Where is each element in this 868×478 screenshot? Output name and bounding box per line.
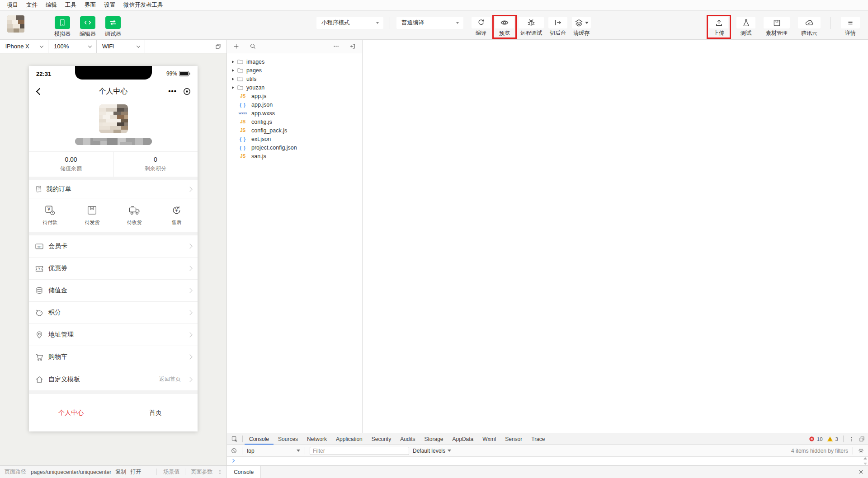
file-app-wxss[interactable]: wxssapp.wxss [227, 109, 362, 117]
zoom-select[interactable]: 100% [48, 40, 97, 53]
user-avatar-pixelated[interactable] [99, 104, 128, 133]
add-file-icon[interactable] [233, 43, 240, 50]
tab-personal-center[interactable]: 个人中心 [29, 409, 113, 417]
page-params-label[interactable]: 页面参数 [191, 468, 212, 476]
dock-side-icon[interactable] [859, 436, 865, 442]
file-ext-json[interactable]: { }ext.json [227, 135, 362, 143]
device-select[interactable]: iPhone X [0, 40, 48, 53]
expand-arrow-icon[interactable] [232, 69, 234, 72]
tab-network[interactable]: Network [302, 433, 331, 445]
drawer-kebab-icon[interactable] [217, 469, 223, 475]
upload-button[interactable]: 上传 [708, 17, 729, 37]
test-button[interactable]: 测试 [736, 17, 756, 37]
menu-edit[interactable]: 编辑 [42, 1, 61, 9]
stored-balance-stat[interactable]: 0.00 储值余额 [29, 152, 113, 177]
menu-row-address[interactable]: 地址管理 [29, 324, 198, 346]
tab-application[interactable]: Application [331, 433, 367, 445]
tab-appdata[interactable]: AppData [448, 433, 478, 445]
clear-console-icon[interactable] [231, 447, 237, 454]
menu-row-custom-template[interactable]: 自定义模板 返回首页 [29, 368, 198, 390]
compile-button[interactable]: 编译 [471, 17, 491, 37]
scroll-down-icon[interactable] [863, 463, 867, 465]
console-filter-input[interactable] [310, 447, 409, 455]
console-drawer-tab[interactable]: Console [226, 466, 261, 478]
tab-audits[interactable]: Audits [396, 433, 420, 445]
capsule-exit-icon[interactable] [183, 87, 191, 96]
error-count[interactable]: 10 [817, 436, 823, 442]
kebab-menu-icon[interactable] [849, 436, 855, 442]
my-orders-row[interactable]: 我的订单 [29, 180, 198, 198]
folder-youzan[interactable]: youzan [227, 83, 362, 92]
console-output[interactable] [227, 457, 868, 465]
file-config-js[interactable]: JSconfig.js [227, 117, 362, 126]
assets-manager-button[interactable]: 素材管理 [763, 17, 791, 37]
compile-mode-select[interactable]: 普通编译 [396, 17, 463, 29]
menu-devtools[interactable]: 微信开发者工具 [119, 1, 167, 9]
user-avatar[interactable] [7, 15, 24, 33]
points-stat[interactable]: 0 剩余积分 [113, 152, 198, 177]
folder-images[interactable]: images [227, 57, 362, 66]
copy-path-link[interactable]: 复制 [115, 468, 126, 476]
console-settings-gear-icon[interactable] [858, 447, 864, 454]
pending-payment-button[interactable]: ¥ 待付款 [29, 204, 71, 226]
menu-tools[interactable]: 工具 [61, 1, 80, 9]
switch-background-button[interactable]: 切后台 [547, 17, 568, 37]
menu-row-member-card[interactable]: VIP 会员卡 [29, 235, 198, 258]
remote-debug-button[interactable]: 远程调试 [518, 17, 545, 37]
menu-row-cart[interactable]: 购物车 [29, 346, 198, 368]
file-app-js[interactable]: JSapp.js [227, 92, 362, 100]
menu-interface[interactable]: 界面 [80, 1, 100, 9]
warning-count[interactable]: 3 [835, 436, 838, 442]
tencent-cloud-button[interactable]: 腾讯云 [797, 17, 821, 37]
expand-arrow-icon[interactable] [232, 78, 234, 80]
tab-home[interactable]: 首页 [113, 409, 198, 417]
tab-sources[interactable]: Sources [274, 433, 302, 445]
pending-shipment-button[interactable]: 待发货 [71, 204, 113, 226]
menu-row-coupons[interactable]: ¥ 优惠券 [29, 258, 198, 280]
back-home-link[interactable]: 返回首页 [159, 375, 181, 383]
after-sale-button[interactable]: ¥ 售后 [156, 204, 198, 226]
network-select[interactable]: WiFi [97, 40, 145, 53]
folder-utils[interactable]: utils [227, 75, 362, 83]
capsule-more-icon[interactable]: ••• [168, 89, 177, 94]
simulator-toggle-button[interactable]: 模拟器 [54, 16, 71, 38]
file-project-config-json[interactable]: { }project.config.json [227, 143, 362, 152]
preview-button[interactable]: 预览 [494, 17, 515, 37]
menu-row-points[interactable]: 积分 [29, 302, 198, 324]
scene-value-label[interactable]: 场景值 [163, 468, 179, 476]
console-scrollbar[interactable] [863, 457, 868, 465]
menu-file[interactable]: 文件 [22, 1, 42, 9]
more-options-icon[interactable] [333, 43, 340, 50]
tab-console[interactable]: Console [245, 433, 274, 445]
details-button[interactable]: 详情 [840, 17, 861, 37]
mode-select[interactable]: 小程序模式 [316, 17, 383, 29]
search-icon[interactable] [250, 43, 256, 50]
log-levels-select[interactable]: Default levels [413, 448, 451, 454]
collapse-sidebar-icon[interactable] [349, 43, 356, 50]
tab-storage[interactable]: Storage [420, 433, 448, 445]
expand-arrow-icon[interactable] [232, 61, 234, 63]
menu-settings[interactable]: 设置 [100, 1, 119, 9]
file-san-js[interactable]: JSsan.js [227, 152, 362, 160]
file-app-json[interactable]: { }app.json [227, 100, 362, 109]
close-drawer-icon[interactable] [858, 469, 864, 475]
menu-project[interactable]: 项目 [3, 1, 22, 9]
debugger-toggle-button[interactable]: 调试器 [105, 16, 121, 38]
menu-row-stored-value[interactable]: 储值金 [29, 280, 198, 302]
execution-context-select[interactable]: top [247, 448, 300, 454]
pending-receipt-button[interactable]: 待收货 [113, 204, 156, 226]
folder-pages[interactable]: pages [227, 66, 362, 75]
editor-toggle-button[interactable]: 编辑器 [80, 16, 96, 38]
detach-window-button[interactable] [215, 40, 226, 53]
open-path-link[interactable]: 打开 [130, 468, 141, 476]
tab-sensor[interactable]: Sensor [500, 433, 527, 445]
tab-wxml[interactable]: Wxml [478, 433, 500, 445]
scroll-up-icon[interactable] [863, 457, 867, 459]
expand-arrow-icon[interactable] [232, 86, 234, 89]
tab-security[interactable]: Security [367, 433, 396, 445]
inspect-element-button[interactable] [229, 433, 241, 445]
file-config-pack-js[interactable]: JSconfig_pack.js [227, 126, 362, 135]
editor-area[interactable] [363, 40, 868, 433]
tab-trace[interactable]: Trace [527, 433, 549, 445]
clear-cache-button[interactable]: 清缓存 [571, 17, 592, 37]
